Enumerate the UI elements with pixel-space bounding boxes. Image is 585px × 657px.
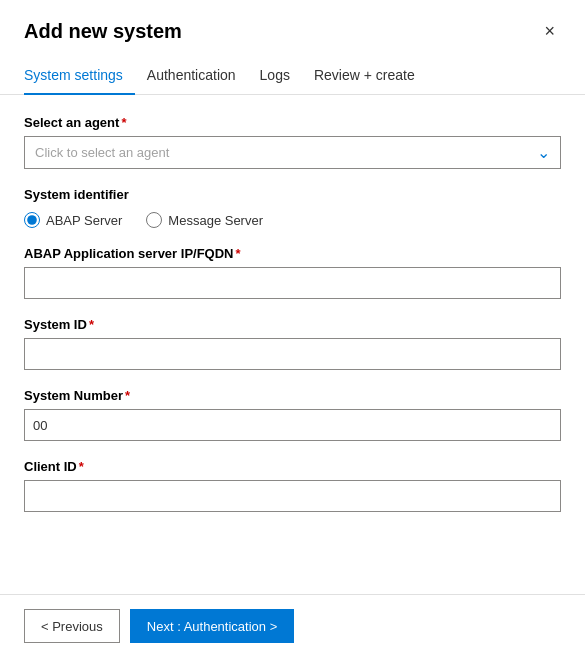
abap-ip-input[interactable] — [24, 267, 561, 299]
tab-system-settings[interactable]: System settings — [24, 59, 135, 95]
tab-logs[interactable]: Logs — [248, 59, 302, 95]
close-button[interactable]: × — [538, 20, 561, 42]
radio-abap-text: ABAP Server — [46, 213, 122, 228]
modal-title: Add new system — [24, 20, 182, 43]
system-id-required-star: * — [89, 317, 94, 332]
system-id-field-group: System ID* — [24, 317, 561, 370]
client-id-label: Client ID* — [24, 459, 561, 474]
system-number-label: System Number* — [24, 388, 561, 403]
chevron-down-icon: ⌄ — [537, 143, 550, 162]
radio-message-label[interactable]: Message Server — [146, 212, 263, 228]
next-button[interactable]: Next : Authentication > — [130, 609, 294, 643]
system-number-required-star: * — [125, 388, 130, 403]
abap-ip-field-group: ABAP Application server IP/FQDN* — [24, 246, 561, 299]
modal-footer: < Previous Next : Authentication > — [0, 594, 585, 657]
client-id-input[interactable] — [24, 480, 561, 512]
system-identifier-label: System identifier — [24, 187, 561, 202]
agent-label: Select an agent* — [24, 115, 561, 130]
radio-abap-server[interactable] — [24, 212, 40, 228]
agent-field-group: Select an agent* Click to select an agen… — [24, 115, 561, 169]
radio-abap-label[interactable]: ABAP Server — [24, 212, 122, 228]
system-identifier-group: System identifier ABAP Server Message Se… — [24, 187, 561, 228]
agent-required-star: * — [121, 115, 126, 130]
tabs-nav: System settings Authentication Logs Revi… — [0, 59, 585, 95]
add-new-system-modal: Add new system × System settings Authent… — [0, 0, 585, 657]
agent-placeholder: Click to select an agent — [35, 145, 169, 160]
tab-review-create[interactable]: Review + create — [302, 59, 427, 95]
modal-header: Add new system × — [0, 0, 585, 43]
system-id-input[interactable] — [24, 338, 561, 370]
abap-ip-required-star: * — [236, 246, 241, 261]
radio-message-server[interactable] — [146, 212, 162, 228]
previous-button[interactable]: < Previous — [24, 609, 120, 643]
client-id-required-star: * — [79, 459, 84, 474]
system-number-input[interactable] — [24, 409, 561, 441]
agent-dropdown[interactable]: Click to select an agent ⌄ — [24, 136, 561, 169]
system-number-field-group: System Number* — [24, 388, 561, 441]
radio-group: ABAP Server Message Server — [24, 212, 561, 228]
abap-ip-label: ABAP Application server IP/FQDN* — [24, 246, 561, 261]
modal-body: Select an agent* Click to select an agen… — [0, 95, 585, 594]
system-id-label: System ID* — [24, 317, 561, 332]
radio-message-text: Message Server — [168, 213, 263, 228]
client-id-field-group: Client ID* — [24, 459, 561, 512]
tab-authentication[interactable]: Authentication — [135, 59, 248, 95]
